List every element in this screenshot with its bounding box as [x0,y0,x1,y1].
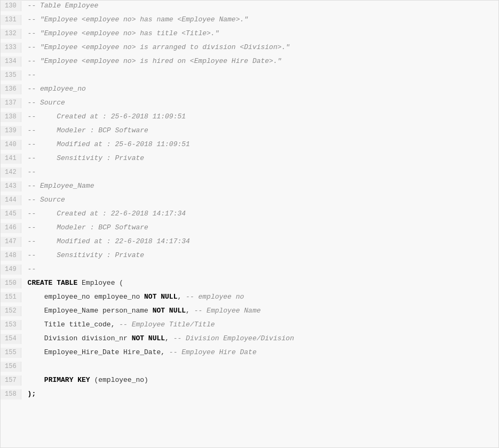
code-line: 142-- [1,167,498,181]
line-number: 139 [1,126,21,136]
line-number: 154 [1,334,21,344]
code-line: 143-- Employee_Name [1,181,498,195]
line-content: Title title_code, -- Employee Title/Titl… [21,319,215,331]
line-content [21,361,32,372]
code-line: 131-- "Employee <employee no> has name <… [1,14,498,28]
line-number: 132 [1,29,21,39]
line-content: PRIMARY KEY (employee_no) [21,375,148,386]
line-number: 157 [1,375,21,386]
code-line: 151 employee_no employee_no NOT NULL, --… [1,292,498,306]
line-number: 155 [1,348,21,358]
line-content: Division division_nr NOT NULL, -- Divisi… [21,333,294,345]
line-number: 146 [1,223,21,233]
line-number: 148 [1,251,21,261]
line-number: 144 [1,195,21,205]
code-line: 130-- Table Employee [1,1,498,14]
line-number: 140 [1,140,21,150]
line-content: -- "Employee <employee no> is hired on <… [21,56,282,67]
line-content: -- employee_no [21,84,86,95]
line-number: 149 [1,265,21,275]
code-line: 144-- Source [1,195,498,209]
code-line: 154 Division division_nr NOT NULL, -- Di… [1,333,498,347]
line-content: -- Modeler : BCP Software [21,222,148,234]
code-line: 138-- Created at : 25-6-2018 11:09:51 [1,111,498,125]
line-number: 130 [1,1,21,11]
line-content: -- Created at : 22-6-2018 14:17:34 [21,209,186,220]
code-line: 134-- "Employee <employee no> is hired o… [1,56,498,70]
line-content: -- [21,264,36,275]
line-content: Employee_Hire_Date Hire_Date, -- Employe… [21,347,257,358]
code-line: 139-- Modeler : BCP Software [1,125,498,139]
code-line: 149-- [1,264,498,278]
line-content: -- Table Employee [21,1,99,12]
code-line: 148-- Sensitivity : Private [1,250,498,264]
line-content: -- Source [21,98,65,109]
line-content: -- Modeler : BCP Software [21,125,148,137]
line-content: -- Modified at : 22-6-2018 14:17:34 [21,236,190,247]
line-number: 141 [1,154,21,164]
line-number: 135 [1,70,21,81]
code-line: 147-- Modified at : 22-6-2018 14:17:34 [1,236,498,250]
line-content: employee_no employee_no NOT NULL, -- emp… [21,292,244,303]
line-content: ); [21,389,36,400]
line-content: Employee_Name person_name NOT NULL, -- E… [21,306,261,317]
line-number: 134 [1,57,21,67]
code-line: 137-- Source [1,98,498,111]
code-line: 152 Employee_Name person_name NOT NULL, … [1,306,498,319]
code-line: 133-- "Employee <employee no> is arrange… [1,42,498,56]
code-line: 157 PRIMARY KEY (employee_no) [1,375,498,389]
line-number: 158 [1,389,21,399]
line-content: -- Sensitivity : Private [21,250,144,261]
line-number: 152 [1,306,21,316]
line-content: CREATE TABLE Employee ( [21,278,123,289]
code-line: 153 Title title_code, -- Employee Title/… [1,319,498,333]
line-number: 133 [1,43,21,53]
line-number: 153 [1,320,21,330]
code-line: 158); [1,389,498,403]
line-number: 147 [1,237,21,247]
code-container: 130-- Table Employee131-- "Employee <emp… [0,0,499,448]
code-line: 132-- "Employee <employee no> has title … [1,28,498,42]
line-content: -- Modified at : 25-6-2018 11:09:51 [21,139,190,150]
line-content: -- [21,167,36,178]
line-content: -- "Employee <employee no> has title <Ti… [21,28,219,39]
line-content: -- [21,70,36,81]
line-content: -- "Employee <employee no> is arranged t… [21,42,290,53]
line-content: -- Created at : 25-6-2018 11:09:51 [21,111,186,123]
code-line: 156 [1,361,498,375]
line-number: 142 [1,167,21,178]
code-line: 141-- Sensitivity : Private [1,153,498,167]
line-content: -- Employee_Name [21,181,94,192]
line-content: -- "Employee <employee no> has name <Emp… [21,14,248,26]
code-line: 146-- Modeler : BCP Software [1,222,498,236]
code-line: 135-- [1,70,498,84]
line-number: 136 [1,84,21,94]
line-content: -- Sensitivity : Private [21,153,144,164]
line-number: 151 [1,292,21,302]
line-number: 145 [1,209,21,219]
line-number: 137 [1,98,21,108]
line-content: -- Source [21,195,65,206]
line-number: 138 [1,112,21,122]
line-number: 150 [1,278,21,289]
code-line: 150CREATE TABLE Employee ( [1,278,498,292]
line-number: 131 [1,15,21,25]
line-number: 143 [1,181,21,191]
code-line: 145-- Created at : 22-6-2018 14:17:34 [1,209,498,222]
code-line: 140-- Modified at : 25-6-2018 11:09:51 [1,139,498,153]
code-line: 155 Employee_Hire_Date Hire_Date, -- Emp… [1,347,498,361]
line-number: 156 [1,362,21,372]
code-line: 136-- employee_no [1,84,498,98]
